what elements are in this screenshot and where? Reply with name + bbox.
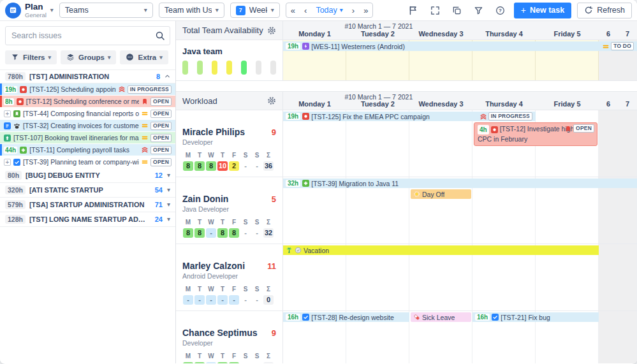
priority-medium-icon [142,135,148,141]
task-row[interactable]: 44h[TST-11] Completing payroll tasksOPEN [0,144,175,156]
day-hours-chip: 8 [217,362,228,363]
project-group-row[interactable]: 128h[TST] LONG NAME STARTUP ADMINISTR..2… [0,212,175,227]
day-hours-chip: 8 [194,228,205,238]
nav-prev-week-fast-button[interactable]: « [286,3,300,17]
day-hours-chip: 2 [229,161,239,171]
user-name: Chance Septimus [182,328,257,338]
help-icon[interactable]: ? [492,3,508,18]
issues-sidebar: Filters▾Groups▾Extra▾ 780h [TST] ADMINIS… [0,21,176,363]
sidebar-filters-button[interactable]: Filters▾ [5,50,57,64]
view-mode-select[interactable]: Team with Users ▾ [159,3,224,18]
search-input[interactable] [5,26,170,45]
task-row[interactable]: [TST-107] Booking travel itineraries for… [0,132,175,144]
event-hours-badge: 4h [478,125,489,135]
chevron-down-icon: ▾ [159,55,163,61]
project-group-row[interactable]: 320h[ATI STATIC STARTUP54▾ [0,183,175,198]
task-row[interactable]: 19h[TST-125] Scheduling appointments for… [0,84,175,96]
event[interactable]: Day Off [411,189,471,199]
event-hours-badge: 16h [475,314,490,321]
day-letter: S [251,286,263,293]
chevron-down-icon[interactable]: ▾ [167,201,170,208]
user-calendar: Vacation [283,244,637,310]
priority-blocker-icon [565,126,571,132]
availability-bar [241,61,247,75]
chevron-up-icon[interactable] [165,73,170,80]
nav-next-week-fast-button[interactable]: » [359,3,372,17]
status-badge: OPEN [150,122,172,130]
user-panel: Chance Septimus9DeveloperMTWTFSSΣ88-88--… [176,311,283,363]
day-hours-chip: 8 [217,228,228,238]
event[interactable]: 32h[TST-39] Migration to Java 11 [283,178,637,188]
task-row[interactable]: [TST-32] Creating invoices for customers… [0,120,175,132]
expand-icon[interactable]: + [4,110,11,117]
availability-title: Total Team Availability [182,25,263,35]
task-row[interactable]: +[TST-44] Composing financial reports on… [0,108,175,120]
chevron-down-icon: ▾ [48,55,52,61]
fullscreen-icon[interactable] [427,3,443,18]
event[interactable]: 16h[TST-21] Fix bug [472,312,599,322]
project-group-row[interactable]: 80h[BUG] DEBUG ENTITY12▾ [0,168,175,183]
group-hours-badge: 128h [5,215,26,224]
task-row[interactable]: 8h[TST-12] Scheduling conference or meet… [0,96,175,108]
range-value: Week [249,6,267,15]
today-button[interactable]: Today ▾ [311,3,347,17]
event[interactable]: Vacation [283,245,599,255]
day-hours-chip: - [206,295,216,305]
filter-icon[interactable] [471,3,487,18]
up-green-icon [4,135,11,142]
task-title: [TST-107] Booking travel itineraries for… [13,134,139,142]
app-menu[interactable]: Plan General ▾ [5,3,54,18]
group-hours-badge: 80h [5,171,22,180]
day-letter: F [228,152,240,159]
group-hours-badge: 780h [5,72,26,81]
flag-icon[interactable] [406,3,421,18]
svg-text:?: ? [499,8,502,13]
chevron-down-icon: ▾ [144,7,147,13]
teams-select[interactable]: Teams ▾ [59,3,153,18]
task-title: [TST-11] Completing payroll tasks [29,146,139,154]
chevron-down-icon[interactable]: ▾ [167,187,170,193]
project-group-header[interactable]: 780h [TST] ADMINISTRATION 8 [0,69,175,84]
status-badge: OPEN [150,146,172,154]
group-title: [ATI STATIC STARTUP [29,186,150,194]
day-letter: Σ [263,353,274,360]
task-list: 19h[TST-125] Scheduling appointments for… [0,84,175,168]
copy-icon[interactable] [449,3,465,18]
task-title: [TST-32] Creating invoices for customers [23,122,139,129]
chevron-down-icon: ▾ [271,7,274,13]
day-letter: S [240,353,251,360]
nav-prev-button[interactable]: ‹ [300,3,311,17]
availability-bars [182,61,276,75]
event[interactable]: 4h[TST-12] Investigate higher CPC in Feb… [474,122,597,146]
nav-next-button[interactable]: › [348,3,359,17]
availability-bar [197,61,203,75]
chevron-down-icon[interactable]: ▾ [167,172,170,178]
status-badge: IN PROGRESS [128,85,172,94]
range-select[interactable]: 7 Week ▾ [230,3,280,18]
expand-icon[interactable]: + [4,159,11,166]
event[interactable]: 19h[TST-125] Fix the EMEA PPC campaignIN… [283,112,536,121]
team-name: Java team [182,47,276,56]
event[interactable]: Sick Leave [411,312,471,322]
gear-icon[interactable] [267,96,276,105]
event[interactable]: 19h[WES-11] Westerners (Android)TO DO [283,41,637,51]
sidebar-extra-button[interactable]: Extra▾ [120,50,168,64]
event[interactable]: 16h[TST-28] Re-design website [283,312,409,322]
gear-icon[interactable] [267,26,276,35]
chevron-down-icon[interactable]: ▾ [167,216,170,222]
sidebar-groups-button[interactable]: Groups▾ [61,50,116,64]
event-hours-badge: 19h [286,43,300,50]
project-group-row[interactable]: 579h[TSA] STARTUP ADMINISTRATION71▾ [0,198,175,212]
task-row[interactable]: +[TST-39] Planning team or company-wide … [0,156,175,168]
refresh-button[interactable]: Refresh [577,3,632,18]
group-count-badge: 12 [155,171,163,179]
paw-dark-icon [13,122,20,129]
new-task-button[interactable]: + New task [514,3,571,18]
user-calendar: 16h[TST-28] Re-design websiteSick Leave1… [283,311,637,363]
day-header-5: Friday 5 [536,21,599,40]
week-range-label: #10 March 1 — 7 2021 [283,22,474,30]
day-header-4: Thursday 4 [472,21,536,40]
calendar-logo-icon [5,3,21,18]
day-letter: T [217,286,228,293]
user-row: Miracle Philips9DeveloperMTWTFSSΣ888102-… [176,110,637,177]
